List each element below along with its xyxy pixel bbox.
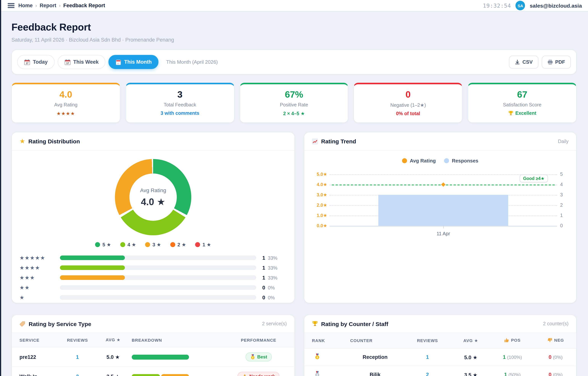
today-button[interactable]: 17 Today bbox=[17, 55, 54, 69]
charts-row: ★ Rating Distribution Avg Rating 4.0 ★ bbox=[11, 132, 577, 303]
rating-bar-row-1: ★ 00% bbox=[20, 293, 287, 303]
x-axis-labels: 11 Apr bbox=[312, 231, 568, 237]
neg-pct: (0%) bbox=[553, 355, 563, 360]
counter-reviews: 1 bbox=[403, 349, 452, 366]
counter-avg: 5.0 ★ bbox=[452, 349, 490, 366]
counter-row-bilik: 2 Bilik 2 3.5 ★ 1 (50%) 0 (0%) bbox=[304, 366, 576, 376]
legend-item-1star: 1 ★ bbox=[195, 242, 211, 248]
legend-dot bbox=[402, 158, 407, 163]
counter-name: Reception bbox=[347, 349, 403, 366]
trend-mode-label: Daily bbox=[558, 139, 568, 144]
this-week-button[interactable]: 17 This Week bbox=[58, 55, 106, 69]
breadcrumb: Home › Report › Feedback Report bbox=[18, 3, 105, 8]
breadcrumb-report[interactable]: Report bbox=[40, 3, 56, 8]
breadcrumb-separator: › bbox=[35, 3, 37, 8]
this-month-button[interactable]: This Month bbox=[109, 55, 159, 69]
filter-bar: 17 Today 17 This Week This Month This Mo… bbox=[11, 50, 577, 74]
service-avg: 5.0 ★ bbox=[98, 347, 129, 367]
col-reviews: Reviews bbox=[403, 333, 452, 349]
breakdown-bar bbox=[132, 374, 189, 376]
legend-dot bbox=[120, 242, 125, 247]
service-name: pre122 bbox=[12, 347, 57, 367]
bar-fill bbox=[60, 256, 125, 260]
counter-staff-header: Rating by Counter / Staff 2 counter(s) bbox=[304, 315, 576, 333]
clock: 19:32:54 bbox=[483, 2, 511, 9]
legend-dot bbox=[95, 242, 100, 247]
row-pct: 0% bbox=[268, 295, 275, 301]
neg-count: 0 bbox=[549, 372, 552, 376]
kpi-satisfaction-score: 67 Satisfaction Score Excellent bbox=[468, 83, 577, 123]
service-avg: 3.5 ★ bbox=[98, 367, 129, 376]
calendar-icon: 17 bbox=[65, 59, 71, 65]
legend-item-4star: 4 ★ bbox=[120, 242, 136, 248]
service-reviews: 2 bbox=[57, 367, 98, 376]
kpi-value: 4.0 bbox=[16, 90, 116, 100]
counter-staff-panel: Rating by Counter / Staff 2 counter(s) R… bbox=[304, 315, 577, 376]
rating-bar-row-2: ★★ 00% bbox=[20, 283, 287, 293]
kpi-value: 0 bbox=[358, 90, 458, 100]
row-count: 0 bbox=[262, 285, 265, 291]
breadcrumb-current: Feedback Report bbox=[63, 3, 105, 8]
row-pct: 33% bbox=[268, 255, 277, 261]
pos-pct: (50%) bbox=[508, 372, 521, 376]
row-count: 0 bbox=[262, 295, 265, 301]
rating-bar-row-4: ★★★★ 133% bbox=[20, 263, 287, 273]
row-pct: 33% bbox=[268, 265, 277, 271]
trend-plot-area: Good ≥4★ bbox=[329, 175, 557, 226]
breadcrumb-home[interactable]: Home bbox=[18, 3, 33, 8]
service-row-pre122: pre122 1 5.0 ★ 1 Best bbox=[12, 347, 294, 367]
silver-medal-icon: 2 bbox=[314, 371, 320, 376]
donut-chart: Avg Rating 4.0 ★ bbox=[115, 159, 191, 235]
counter-staff-table: Rank Counter Reviews Avg ★ Pos Neg 1 Rec… bbox=[304, 333, 576, 376]
col-avg: Avg ★ bbox=[98, 333, 129, 347]
calendar-icon: 17 bbox=[24, 59, 30, 65]
donut-legend: 5 ★ 4 ★ 3 ★ 2 ★ 1 ★ bbox=[20, 241, 287, 248]
service-type-panel: Rating by Service Type 2 service(s) Serv… bbox=[11, 315, 295, 376]
kpi-value: 3 bbox=[130, 90, 230, 100]
counter-reviews: 2 bbox=[403, 366, 452, 376]
feedback-report-page: Home › Report › Feedback Report 19:32:54… bbox=[0, 0, 588, 376]
printer-icon bbox=[547, 59, 553, 65]
account-email[interactable]: sales@bizcloud.asia bbox=[530, 2, 582, 9]
donut-center: Avg Rating 4.0 ★ bbox=[115, 159, 191, 235]
svg-text:1: 1 bbox=[317, 356, 318, 359]
x-tick-label: 11 Apr bbox=[329, 231, 557, 237]
svg-text:2: 2 bbox=[317, 374, 318, 376]
pos-count: 1 bbox=[504, 372, 507, 376]
bar-fill bbox=[60, 275, 125, 280]
service-type-table: Service Reviews Avg ★ Breakdown Performa… bbox=[12, 333, 294, 376]
legend-item-3star: 3 ★ bbox=[145, 242, 161, 248]
x-axis-tick bbox=[443, 226, 444, 229]
svg-text:17: 17 bbox=[26, 62, 28, 64]
col-neg: Neg bbox=[535, 333, 576, 349]
service-row-walk-in: Walk In 2 3.5 ★ Needs work bbox=[12, 367, 294, 376]
export-pdf-button[interactable]: PDF bbox=[542, 55, 571, 68]
avatar[interactable]: SA bbox=[516, 1, 525, 10]
legend-dot bbox=[145, 242, 150, 247]
bar-track bbox=[60, 295, 256, 300]
rating-distribution-title: Rating Distribution bbox=[28, 138, 80, 145]
this-week-label: This Week bbox=[73, 59, 99, 65]
kpi-sub-comments: 3 with comments bbox=[130, 111, 230, 116]
bar-track bbox=[60, 256, 256, 260]
menu-icon[interactable] bbox=[8, 3, 14, 8]
col-counter: Counter bbox=[347, 333, 403, 349]
bar-track bbox=[60, 275, 256, 280]
row-stars: ★★★ bbox=[20, 275, 56, 281]
rating-bar-row-5: ★★★★★ 133% bbox=[20, 253, 287, 263]
legend-item-5star: 5 ★ bbox=[95, 242, 111, 248]
page-title: Feedback Report bbox=[11, 21, 577, 33]
thumbs-down-icon bbox=[547, 338, 553, 343]
rating-trend-body: Avg Rating Responses 5.0★ 4.0★ 3.0★ 2.0★… bbox=[304, 151, 576, 303]
kpi-negative: 0 Negative (1–2★) 0% of total bbox=[354, 83, 463, 123]
thumbs-up-icon bbox=[504, 338, 510, 343]
responses-bar bbox=[378, 195, 508, 226]
legend-item-responses: Responses bbox=[444, 158, 479, 164]
csv-label: CSV bbox=[523, 59, 533, 65]
topbar: Home › Report › Feedback Report 19:32:54… bbox=[0, 0, 588, 11]
legend-dot bbox=[195, 242, 200, 247]
kpi-sub-negative: 0% of total bbox=[358, 111, 458, 116]
kpi-label: Satisfaction Score bbox=[472, 102, 572, 108]
export-csv-button[interactable]: CSV bbox=[509, 55, 538, 68]
kpi-cards: 4.0 Avg Rating ★★★★ 3 Total Feedback 3 w… bbox=[11, 83, 577, 123]
